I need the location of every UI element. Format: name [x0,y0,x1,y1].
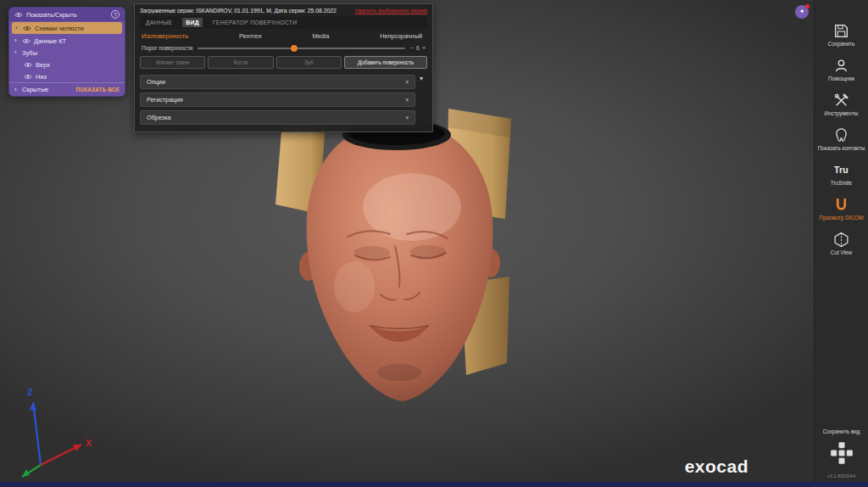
section-options[interactable]: Опции ▾ [140,75,415,89]
eye-icon[interactable] [22,38,31,44]
show-all-button[interactable]: ПОКАЗАТЬ ВСЕ [75,87,120,92]
exocad-logo: exocad [685,456,748,477]
layer-item-lower[interactable]: Низ [9,70,125,82]
render-mode-row: Изоповерхность Рентген Media Непрозрачны… [140,29,427,42]
delete-series-link[interactable]: Удалить выбранную серию [354,8,427,14]
trusmile-button[interactable]: Tru TruSmile [816,161,867,187]
show-hide-header: Показать/Скрыть ? [9,8,125,21]
eye-socket-right [410,245,446,259]
mode-xray[interactable]: Рентген [239,32,262,40]
dicom-view-button[interactable]: Просмотр DICOM [816,196,867,221]
section-registration[interactable]: Регистрация ▾ [140,92,415,107]
tooth-contacts-icon [833,126,849,143]
assistant-badge[interactable]: ✦ [795,5,809,19]
model-head[interactable] [253,109,541,406]
chevron-right-icon: › [14,37,19,44]
assistant-person-icon [833,57,849,74]
layer-label: Верх [36,61,50,69]
mode-opaque[interactable]: Непрозрачный [380,32,422,40]
view-navigation-cross-icon[interactable] [830,441,854,468]
save-button[interactable]: Сохранить [816,22,867,48]
tab-surface-generator[interactable]: ГЕНЕРАТОР ПОВЕРХНОСТИ [209,18,301,27]
panel-collapse-chevron[interactable]: ▾ [415,71,427,125]
mode-isosurface[interactable]: Изоповерхность [142,32,188,40]
chevron-right-icon: › [14,87,19,93]
layer-item-ct-data[interactable]: › Данные КТ [9,35,125,47]
threshold-plus-button[interactable]: + [422,45,426,51]
hidden-label: Скрытые [22,86,72,93]
dicom-icon [833,196,849,213]
show-contacts-button[interactable]: Показать контакты [816,126,867,152]
show-hide-panel: Показать/Скрыть ? › Снимки челюсти › Дан… [8,7,125,97]
dicom-header: Загруженные серии: ISKANDIROV, 01.01.199… [140,8,427,14]
orientation-axes: Z X [5,382,98,482]
chevron-down-icon: ▾ [405,79,409,86]
dicom-tabs: ДАННЫЕ ВИД ГЕНЕРАТОР ПОВЕРХНОСТИ [140,16,427,29]
chevron-right-icon: › [14,49,19,56]
help-icon[interactable]: ? [111,10,120,19]
assistant-icon: ✦ [799,8,805,15]
cheek-highlight [334,261,375,312]
layer-label: Зубы [22,49,37,57]
visibility-icon [14,12,23,18]
preset-bone-button[interactable]: Кости [208,56,273,69]
layer-label: Данные КТ [34,37,66,45]
threshold-minus-button[interactable]: − [410,45,414,51]
save-view-button[interactable]: Сохранить вид [822,428,860,434]
chevron-down-icon: ▾ [405,97,409,104]
section-label: Регистрация [147,96,183,104]
layer-item-jaw-scans[interactable]: › Снимки челюсти [12,22,122,34]
assistant-button[interactable]: Помощник [816,57,867,82]
tab-view[interactable]: ВИД [182,18,203,27]
model-face [307,120,493,401]
layer-label: Снимки челюсти [35,25,84,32]
bottom-bar [0,482,868,487]
panel-title: Показать/Скрыть [26,11,108,19]
hidden-row: › Скрытые ПОКАЗАТЬ ВСЕ [9,82,125,96]
dicom-viewer-panel: Загруженные серии: ISKANDIROV, 01.01.199… [134,3,433,132]
threshold-slider-handle[interactable] [291,45,298,52]
notification-dot [805,4,810,8]
axis-z-label: Z [27,387,33,397]
tab-data[interactable]: ДАННЫЕ [142,18,175,27]
series-info: Загруженные серии: ISKANDIROV, 01.01.199… [140,8,337,14]
right-toolbar: Сохранить Помощник Инструменты [814,0,868,487]
layer-item-upper[interactable]: Верх [9,59,125,70]
eye-icon[interactable] [23,25,31,31]
preset-soft-tissue-button[interactable]: Мягкие ткани [140,56,205,69]
axis-x-label: X [86,438,92,448]
chin-shadow [377,364,421,381]
layer-item-teeth[interactable]: › Зубы [9,47,125,59]
preset-tooth-button[interactable]: Зуб [276,56,342,69]
layer-label: Низ [36,73,47,81]
tools-button[interactable]: Инструменты [816,92,867,117]
trusmile-icon: Tru [834,161,849,178]
threshold-slider[interactable] [198,48,405,49]
threshold-value: 6 [416,45,420,51]
eye-socket-left [354,246,390,260]
chevron-down-icon: ▾ [405,115,409,121]
cut-view-button[interactable]: Cut View [816,231,867,256]
add-surface-button[interactable]: Добавить поверхность [344,56,427,69]
eye-icon[interactable] [24,62,32,68]
eye-icon[interactable] [24,74,32,80]
threshold-row: Порог поверхности − 6 + [140,42,427,53]
chevron-right-icon: › [15,25,19,31]
section-cropping[interactable]: Обрезка ▾ [140,110,415,125]
section-label: Опции [147,78,165,86]
save-icon [833,22,849,39]
tools-icon [833,92,849,109]
cut-view-icon [833,231,849,248]
threshold-label: Порог поверхности [142,45,192,51]
preset-buttons-row: Мягкие ткани Кости Зуб Добавить поверхно… [140,56,427,69]
app-window: Z X exocad Показать/Скрыть ? › Снимки [0,0,868,487]
version-label: v3.1-8200/A4 [827,473,855,479]
mode-media[interactable]: Media [312,32,329,40]
threshold-stepper: − 6 + [410,45,426,51]
section-label: Обрезка [147,114,171,121]
